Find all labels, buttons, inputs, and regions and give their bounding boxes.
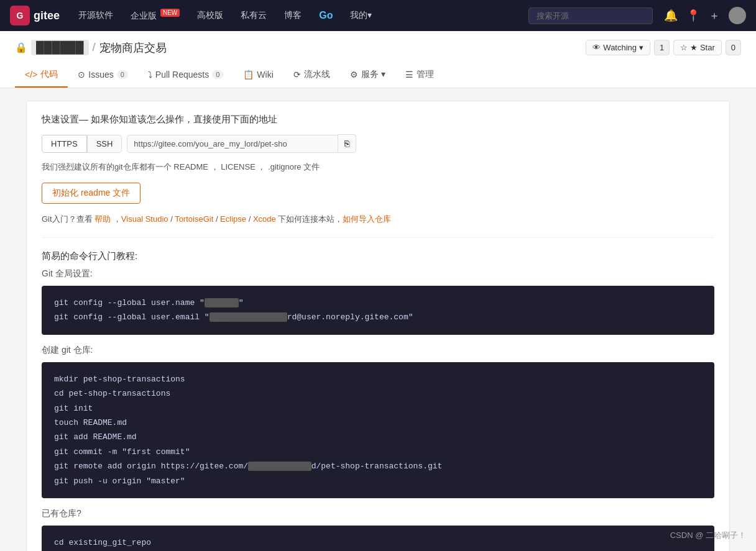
star-icon: ☆ — [680, 43, 688, 52]
watch-count[interactable]: 1 — [654, 40, 670, 55]
search-input[interactable] — [528, 7, 653, 24]
pr-icon: ⤵ — [148, 70, 152, 80]
logo-text: gitee — [34, 9, 60, 22]
manage-icon: ☰ — [405, 70, 413, 80]
watermark: CSDN @ 二哈唰子！ — [670, 530, 746, 541]
cd-cmd: cd pet-shop-transactions — [54, 386, 702, 401]
repo-name: 宠物商店交易 — [99, 40, 167, 55]
watch-label: Watching — [603, 43, 637, 52]
help-link[interactable]: 帮助 — [94, 214, 111, 224]
tab-code[interactable]: </> 代码 — [15, 63, 68, 88]
repo-header: 🔒 ██████ / 宠物商店交易 👁 Watching ▾ 1 ☆ ★ Sta… — [0, 31, 756, 88]
top-navigation: G gitee 开源软件 企业版 NEW 高校版 私有云 博客 Go 我的▾ 🔔… — [0, 0, 756, 31]
nav-my[interactable]: 我的▾ — [344, 7, 378, 24]
nav-icons-group: 🔔 📍 ＋ — [664, 7, 746, 24]
touch-cmd: touch README.md — [54, 416, 702, 430]
breadcrumb-slash: / — [93, 41, 96, 54]
tortoisegit-link[interactable]: TortoiseGit — [175, 214, 213, 224]
repo-actions: 👁 Watching ▾ 1 ☆ ★ Star 0 — [586, 40, 741, 55]
main-content: 快速设置— 如果你知道该怎么操作，直接使用下面的地址 HTTPS SSH ⎘ 我… — [11, 88, 745, 551]
pipeline-icon: ⟳ — [293, 70, 301, 80]
visual-studio-link[interactable]: Visual Studio — [121, 214, 168, 224]
pr-badge: 0 — [212, 70, 223, 79]
recommend-text: 我们强烈建议所有的git仓库都有一个 README ， LICENSE ， .g… — [42, 162, 714, 173]
nav-private-cloud[interactable]: 私有云 — [234, 7, 273, 24]
repo-title-row: 🔒 ██████ / 宠物商店交易 👁 Watching ▾ 1 ☆ ★ Sta… — [15, 40, 741, 55]
nav-opensource[interactable]: 开源软件 — [72, 7, 119, 24]
cd-existing-cmd: cd existing_git_repo — [54, 535, 702, 550]
git-config-name-cmd: git config --global user.name "██████" — [54, 296, 702, 310]
plus-icon[interactable]: ＋ — [709, 8, 720, 23]
notification-icon[interactable]: 🔔 — [664, 9, 678, 22]
import-repo-link[interactable]: 如何导入仓库 — [343, 214, 391, 224]
star-label: ★ Star — [690, 43, 714, 52]
breadcrumb: 🔒 ██████ / 宠物商店交易 — [15, 40, 167, 55]
https-btn[interactable]: HTTPS — [42, 135, 87, 153]
quick-setup-box: 快速设置— 如果你知道该怎么操作，直接使用下面的地址 HTTPS SSH ⎘ 我… — [26, 101, 730, 551]
repo-url-input[interactable] — [127, 135, 338, 153]
init-readme-button[interactable]: 初始化 readme 文件 — [42, 183, 141, 204]
tab-manage[interactable]: ☰ 管理 — [395, 63, 444, 88]
url-row: HTTPS SSH ⎘ — [42, 134, 714, 153]
tab-services[interactable]: ⚙ 服务 ▾ — [340, 63, 395, 88]
code-icon: </> — [25, 70, 37, 80]
tab-pipeline[interactable]: ⟳ 流水线 — [284, 63, 340, 88]
nav-university[interactable]: 高校版 — [191, 7, 229, 24]
star-button[interactable]: ☆ ★ Star — [673, 40, 721, 55]
repo-owner-link[interactable]: ██████ — [31, 40, 89, 55]
create-repo-title: 创建 git 仓库: — [42, 345, 714, 356]
nav-blog[interactable]: 博客 — [278, 7, 308, 24]
issues-badge: 0 — [117, 70, 128, 79]
watch-dropdown-icon: ▾ — [639, 43, 643, 52]
eclipse-link[interactable]: Eclipse — [220, 214, 246, 224]
xcode-link[interactable]: Xcode — [253, 214, 276, 224]
git-commit-cmd: git commit -m "first commit" — [54, 445, 702, 459]
tab-pull-requests[interactable]: ⤵ Pull Requests 0 — [138, 63, 234, 88]
nav-enterprise[interactable]: 企业版 NEW — [124, 7, 186, 24]
tab-issues[interactable]: ⊙ Issues 0 — [68, 63, 138, 88]
git-global-commands: git config --global user.name "██████" g… — [42, 286, 714, 335]
existing-repo-commands: cd existing_git_repo git remote add orig… — [42, 526, 714, 551]
nav-go[interactable]: Go — [313, 7, 339, 24]
git-remote-cmd: git remote add origin https://gitee.com/… — [54, 459, 702, 473]
git-config-email-cmd: git config --global user.email "7952████… — [54, 310, 702, 324]
location-icon[interactable]: 📍 — [686, 9, 700, 22]
star-count[interactable]: 0 — [726, 40, 741, 55]
tutorial-title: 简易的命令行入门教程: — [42, 250, 714, 262]
ssh-btn[interactable]: SSH — [87, 135, 122, 153]
mkdir-cmd: mkdir pet-shop-transactions — [54, 372, 702, 386]
git-add-cmd: git add README.md — [54, 430, 702, 444]
git-init-cmd: git init — [54, 401, 702, 416]
tab-wiki[interactable]: 📋 Wiki — [233, 63, 283, 88]
logo[interactable]: G gitee — [10, 6, 60, 25]
lock-icon: 🔒 — [15, 42, 27, 53]
avatar[interactable] — [729, 7, 746, 24]
create-repo-commands: mkdir pet-shop-transactions cd pet-shop-… — [42, 362, 714, 498]
existing-repo-title: 已有仓库? — [42, 508, 714, 519]
issues-icon: ⊙ — [78, 70, 85, 80]
wiki-icon: 📋 — [243, 70, 254, 80]
copy-url-button[interactable]: ⎘ — [338, 134, 356, 153]
repo-tabs: </> 代码 ⊙ Issues 0 ⤵ Pull Requests 0 📋 Wi… — [15, 63, 741, 88]
watch-button[interactable]: 👁 Watching ▾ — [586, 40, 650, 55]
eye-icon: 👁 — [592, 43, 601, 52]
services-icon: ⚙ — [350, 70, 358, 80]
quick-setup-title: 快速设置— 如果你知道该怎么操作，直接使用下面的地址 — [42, 114, 714, 125]
git-global-title: Git 全局设置: — [42, 268, 714, 280]
git-help-text: Git入门？查看 帮助 ，Visual Studio / TortoiseGit… — [42, 214, 714, 225]
gitee-logo-icon: G — [10, 6, 30, 25]
enterprise-badge: NEW — [160, 9, 180, 17]
git-push-cmd: git push -u origin "master" — [54, 474, 702, 488]
